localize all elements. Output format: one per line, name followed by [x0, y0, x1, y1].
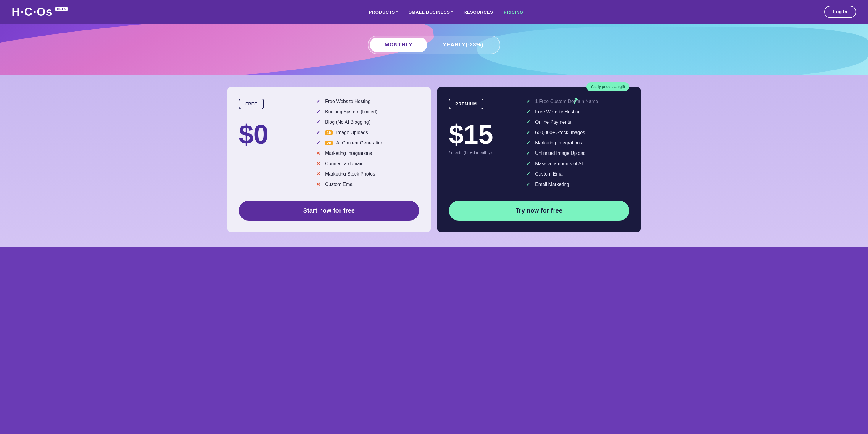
- nav-products[interactable]: PRODUCTS ▾: [369, 9, 398, 15]
- list-item: ✓ Email Marketing: [526, 181, 629, 187]
- list-item: ✕ Marketing Integrations: [316, 150, 419, 156]
- list-item: ✓ Free Website Hosting: [526, 109, 629, 115]
- list-item: ✓ Marketing Integrations: [526, 140, 629, 146]
- premium-cta-button[interactable]: Try now for free: [449, 201, 629, 221]
- check-icon: ✓: [316, 109, 322, 115]
- chevron-down-icon: ▾: [396, 10, 398, 14]
- premium-plan-badge: PREMIUM: [449, 98, 484, 109]
- premium-card-left: PREMIUM $15 / month (billed monthly): [449, 98, 502, 192]
- nav-small-business[interactable]: SMALL BUSINESS ▾: [408, 9, 453, 15]
- monthly-toggle-button[interactable]: MONTHLY: [370, 37, 427, 52]
- free-price: $0: [239, 121, 292, 148]
- x-icon: ✕: [316, 150, 322, 156]
- premium-plan-card: Yearly price plan gift ↙ PREMIUM $15 / m…: [437, 87, 641, 232]
- check-icon: ✓: [526, 130, 532, 135]
- free-plan-badge: FREE: [239, 98, 264, 109]
- check-icon: ✓: [526, 109, 532, 115]
- list-item: ✓ Booking System (limited): [316, 109, 419, 115]
- logo-area: H·C·Os BETA: [12, 6, 68, 18]
- nav-pricing[interactable]: PRICING: [504, 9, 523, 15]
- main-content: FREE $0 ✓ Free Website Hosting ✓ Booking…: [0, 75, 868, 247]
- limit-badge: 20: [325, 141, 333, 145]
- list-item: ✓ Unlimited Image Upload: [526, 150, 629, 156]
- check-icon: ✓: [526, 119, 532, 125]
- x-icon: ✕: [316, 161, 322, 166]
- check-icon: ✓: [316, 98, 322, 104]
- header: H·C·Os BETA PRODUCTS ▾ SMALL BUSINESS ▾ …: [0, 0, 868, 24]
- check-icon: ✓: [526, 161, 532, 166]
- billing-toggle: MONTHLY YEARLY(-23%): [0, 35, 868, 54]
- free-card-header: FREE $0 ✓ Free Website Hosting ✓ Booking…: [239, 98, 419, 192]
- chevron-down-icon: ▾: [451, 10, 453, 14]
- beta-badge: BETA: [55, 7, 68, 11]
- premium-price-subtitle: / month (billed monthly): [449, 150, 502, 155]
- list-item: ✓ Massive amounts of AI: [526, 161, 629, 166]
- check-icon: ✓: [316, 140, 322, 146]
- free-card-left: FREE $0: [239, 98, 292, 192]
- list-item: ✓ Online Payments: [526, 119, 629, 125]
- check-icon: ✓: [526, 171, 532, 177]
- premium-card-header: PREMIUM $15 / month (billed monthly) ✓ 1…: [449, 98, 629, 192]
- hero-section: MONTHLY YEARLY(-23%): [0, 24, 868, 75]
- free-cta-button[interactable]: Start now for free: [239, 201, 419, 221]
- list-item: ✓ Blog (No AI Blogging): [316, 119, 419, 125]
- list-item: ✕ Marketing Stock Photos: [316, 171, 419, 177]
- list-item: ✓ Free Website Hosting: [316, 98, 419, 104]
- pricing-grid: FREE $0 ✓ Free Website Hosting ✓ Booking…: [227, 87, 641, 232]
- check-icon: ✓: [526, 140, 532, 146]
- gift-badge: Yearly price plan gift: [586, 82, 629, 91]
- toggle-wrapper: MONTHLY YEARLY(-23%): [368, 35, 500, 54]
- yearly-toggle-button[interactable]: YEARLY(-23%): [428, 37, 498, 52]
- login-button[interactable]: Log In: [824, 6, 856, 18]
- check-icon: ✓: [526, 150, 532, 156]
- card-divider: [304, 98, 304, 192]
- list-item: ✓ 20 AI Content Generation: [316, 140, 419, 146]
- limit-badge: 15: [325, 130, 333, 135]
- card-divider: [514, 98, 515, 192]
- list-item: ✓ Custom Email: [526, 171, 629, 177]
- premium-features-list: ✓ 1 Free Custom Domain Name ✓ Free Websi…: [526, 98, 629, 192]
- list-item: ✓ 600,000+ Stock Images: [526, 130, 629, 135]
- check-icon: ✓: [316, 130, 322, 135]
- list-item: ✕ Connect a domain: [316, 161, 419, 166]
- premium-price: $15: [449, 121, 502, 148]
- x-icon: ✕: [316, 181, 322, 187]
- check-icon: ✓: [526, 98, 532, 104]
- nav: PRODUCTS ▾ SMALL BUSINESS ▾ RESOURCES PR…: [369, 9, 523, 15]
- logo-text: H·C·Os: [12, 6, 53, 18]
- check-icon: ✓: [526, 181, 532, 187]
- free-features-list: ✓ Free Website Hosting ✓ Booking System …: [316, 98, 419, 192]
- x-icon: ✕: [316, 171, 322, 177]
- check-icon: ✓: [316, 119, 322, 125]
- nav-resources[interactable]: RESOURCES: [464, 9, 493, 15]
- list-item: ✕ Custom Email: [316, 181, 419, 187]
- list-item: ✓ 15 Image Uploads: [316, 130, 419, 135]
- free-plan-card: FREE $0 ✓ Free Website Hosting ✓ Booking…: [227, 87, 431, 232]
